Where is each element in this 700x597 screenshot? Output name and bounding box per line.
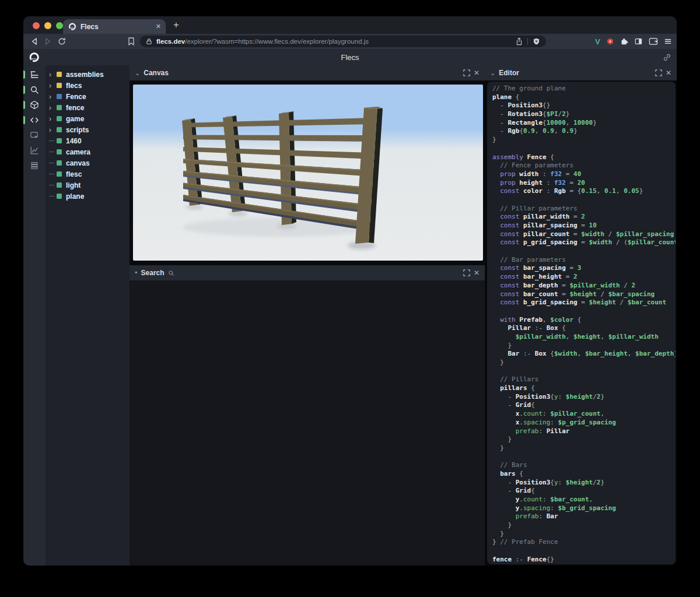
expand-arrow-icon[interactable]: › [49,127,57,133]
code-line: } [492,342,676,350]
dot-icon[interactable]: • [135,271,138,275]
menu-hamburger-icon[interactable] [664,37,672,45]
forward-button[interactable] [43,36,53,47]
extensions-puzzle-icon[interactable] [620,37,628,45]
tree-item-canvas[interactable]: canvas [46,157,130,168]
browser-window: Flecs ✕ + flecs.dev/explorer/?wasm=https… [23,16,677,566]
expand-arrow-icon[interactable]: › [49,105,57,111]
divider [527,38,528,45]
tree-item-flecs[interactable]: ›flecs [46,80,130,91]
entity-label: plane [66,192,84,201]
close-icon[interactable]: ✕ [666,69,671,77]
code-line: $pillar_width, $height, $pillar_width [492,333,676,342]
fullscreen-icon[interactable] [655,69,662,76]
entity-label: Fence [66,93,86,101]
entity-kind-square [57,160,62,166]
code-line: // Pillar parameters [492,205,676,213]
code-line: fence :- Fence{} [492,556,676,564]
leaf-dash-icon [49,185,54,186]
tree-item-camera[interactable]: camera [46,146,130,157]
entity-label: flesc [66,170,82,178]
close-icon[interactable]: ✕ [474,269,480,277]
code-line: prefab: Pillar [492,427,676,436]
tree-item-Fence[interactable]: ›Fence [46,91,130,102]
search-panel-icon[interactable] [23,85,46,94]
editor-column: ⌄ Editor ✕ // The ground planeplane { - … [485,65,677,566]
code-line: plane { [492,93,676,102]
code-line [492,453,676,462]
app-header: Flecs [23,49,677,65]
editor-panel-header: ⌄ Editor ✕ [485,65,677,80]
code-line: } [492,359,676,367]
leaf-dash-icon [49,141,54,142]
reload-button[interactable] [57,36,67,47]
entity-kind-square [57,149,62,154]
brave-shield-icon[interactable] [533,37,540,45]
rows-panel-icon[interactable] [23,161,46,170]
inspector-panel-icon[interactable] [23,131,46,140]
tree-item-flesc[interactable]: flesc [46,168,130,180]
share-icon[interactable] [516,37,523,45]
entity-kind-square [57,105,62,110]
chevron-down-icon[interactable]: ⌄ [135,71,140,75]
code-line: } [492,136,676,145]
code-line: const pillar_width = 2 [492,213,676,222]
expand-arrow-icon[interactable]: › [49,116,57,122]
cube-3d-panel-icon[interactable] [23,100,46,110]
tree-item-scripts[interactable]: ›scripts [46,124,130,135]
close-window-button[interactable] [33,22,40,29]
canvas-panel-title: Canvas [144,69,169,77]
close-icon[interactable]: ✕ [474,69,480,77]
canvas-3d-render[interactable] [133,85,483,261]
code-line [492,247,676,256]
chart-panel-icon[interactable] [23,146,46,155]
vue-devtools-icon[interactable]: V [595,37,600,46]
expand-arrow-icon[interactable]: › [49,72,57,78]
expand-arrow-icon[interactable]: › [49,83,57,89]
extension-icons: V [595,36,672,47]
code-line: } // Prefab Fence [492,538,676,547]
tree-item-game[interactable]: ›game [46,113,130,124]
search-results-area[interactable] [130,280,485,566]
new-tab-button[interactable]: + [169,18,183,32]
expand-arrow-icon[interactable]: › [49,94,57,100]
url-domain: flecs.dev [156,38,185,45]
browser-tab[interactable]: Flecs ✕ [63,19,166,34]
canvas-panel-header: ⌄ Canvas ✕ [130,65,485,80]
tree-item-plane[interactable]: plane [46,191,130,202]
red-extension-icon[interactable] [606,37,614,45]
leaf-dash-icon [49,152,54,153]
code-line: with Prefab, $color { [492,316,676,325]
code-panel-icon[interactable] [23,115,46,125]
zoom-window-button[interactable] [56,22,63,29]
search-icon [168,270,174,276]
minimize-window-button[interactable] [44,22,51,29]
chevron-down-icon[interactable]: ⌄ [490,71,495,75]
code-line: const bar_height = 2 [492,273,676,282]
link-icon[interactable] [663,53,671,62]
tree-item-assemblies[interactable]: ›assemblies [46,69,130,80]
tree-item-1460[interactable]: 1460 [46,135,130,146]
fullscreen-icon[interactable] [463,269,470,276]
code-line: x.count: $pillar_count, [492,410,676,419]
code-line: const bar_spacing = 3 [492,264,676,273]
code-editor[interactable]: // The ground planeplane { - Position3{}… [487,82,676,564]
search-panel-header: • Search ✕ [130,265,485,280]
entity-kind-square [57,138,62,143]
tab-close-icon[interactable]: ✕ [156,23,161,30]
back-button[interactable] [29,36,39,47]
code-line: // Bars [492,461,676,470]
wallet-icon[interactable] [649,37,658,45]
sidebar-toggle-icon[interactable] [634,37,643,45]
code-line: Bar :- Box {$width, $bar_height, $bar_de… [492,350,676,359]
tree-view-panel-icon[interactable] [23,70,46,79]
address-bar[interactable]: flecs.dev/explorer/?wasm=https://www.fle… [140,36,546,47]
code-line: // Pillars [492,375,676,384]
tree-item-fence[interactable]: ›fence [46,102,130,113]
tree-item-light[interactable]: light [46,180,130,191]
code-line: prop width : f32 = 40 [492,170,676,179]
bookmark-icon[interactable] [126,36,136,47]
entity-label: 1460 [66,137,82,145]
window-controls[interactable] [33,22,63,29]
fullscreen-icon[interactable] [463,69,470,76]
